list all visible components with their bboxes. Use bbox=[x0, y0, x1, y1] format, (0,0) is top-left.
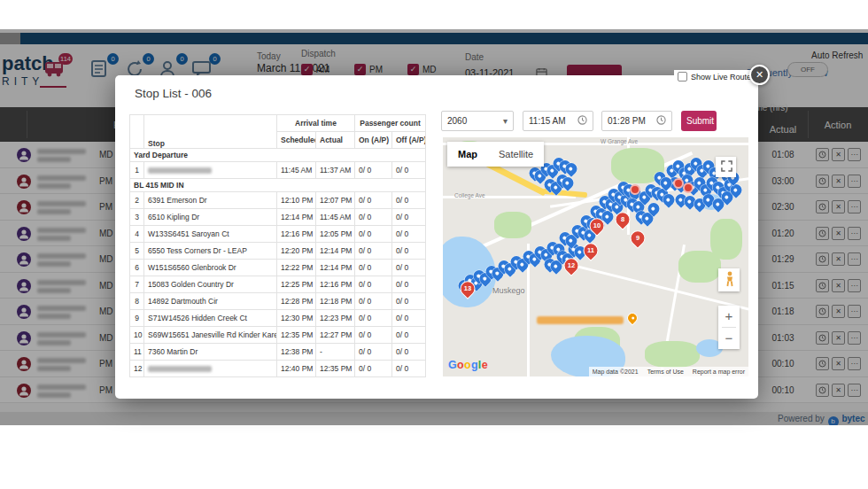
clock-icon[interactable] bbox=[577, 115, 587, 127]
off-count-cell: 0/ 0 bbox=[392, 226, 426, 243]
stop-number-cell: 8 bbox=[130, 293, 144, 310]
stop-row: 715083 Golden Country Dr12:25 PM12:16 PM… bbox=[130, 276, 426, 293]
off-column-header: Off (A/P) bbox=[392, 132, 426, 149]
route-select[interactable]: 2060 ▾ bbox=[441, 111, 514, 131]
on-column-header: On (A/P) bbox=[355, 132, 392, 149]
stop-marker-red-dot-icon[interactable] bbox=[630, 184, 640, 195]
stop-name-blur bbox=[148, 366, 212, 372]
stop-row: 36510 Kipling Dr12:14 PM11:45 AM0/ 00/ 0 bbox=[130, 209, 426, 226]
on-count-cell: 0/ 0 bbox=[355, 162, 392, 179]
end-time-value: 01:28 PM bbox=[608, 116, 646, 126]
on-count-cell: 0/ 0 bbox=[355, 209, 392, 226]
off-count-cell: 0/ 0 bbox=[392, 276, 426, 293]
pegman-icon[interactable] bbox=[718, 268, 740, 291]
stop-table: Stop Arrival time Passenger count Schedu… bbox=[129, 114, 426, 377]
stop-number-cell: 10 bbox=[130, 327, 144, 344]
scheduled-time-cell: 12:14 PM bbox=[277, 209, 316, 226]
scheduled-column-header: Scheduled bbox=[277, 132, 316, 149]
checkbox-unchecked-icon[interactable] bbox=[678, 72, 687, 82]
stop-row: 6W151S6560 Glenbrook Dr12:22 PM12:14 PM0… bbox=[130, 260, 426, 276]
show-live-route-label: Show Live Route bbox=[691, 73, 751, 82]
scheduled-time-cell: 11:45 AM bbox=[277, 162, 316, 179]
show-live-route-checkbox[interactable]: Show Live Route bbox=[674, 70, 755, 83]
stop-row: 56550 Tess Corners Dr - LEAP12:20 PM12:1… bbox=[130, 243, 426, 260]
stop-name-cell: 6550 Tess Corners Dr - LEAP bbox=[144, 243, 277, 260]
actual-time-cell: 12:23 PM bbox=[316, 310, 355, 327]
close-icon[interactable]: ✕ bbox=[749, 65, 770, 85]
zoom-control: + − bbox=[718, 306, 740, 349]
google-map[interactable]: College Ave W Grange Ave Muskego 8910111… bbox=[443, 137, 748, 376]
stop-marker-blue-icon[interactable] bbox=[731, 184, 742, 196]
satellite-tab[interactable]: Satellite bbox=[488, 142, 544, 167]
end-time-input[interactable]: 01:28 PM bbox=[601, 111, 672, 131]
on-count-cell: 0/ 0 bbox=[355, 192, 392, 209]
modal-title: Stop List - 006 bbox=[135, 87, 212, 100]
scheduled-time-cell: 12:28 PM bbox=[277, 293, 316, 310]
on-count-cell: 0/ 0 bbox=[355, 344, 392, 361]
fullscreen-icon[interactable] bbox=[716, 157, 736, 177]
scheduled-time-cell: 12:10 PM bbox=[277, 192, 316, 209]
off-count-cell: 0/ 0 bbox=[392, 361, 426, 377]
stop-name-cell: W133S6451 Saroyan Ct bbox=[144, 226, 277, 243]
stop-number-cell: 4 bbox=[130, 226, 144, 243]
actual-time-cell: 12:05 PM bbox=[316, 226, 355, 243]
off-count-cell: 0/ 0 bbox=[392, 293, 426, 310]
stop-number-cell: 11 bbox=[130, 344, 144, 361]
stop-marker-red-icon[interactable]: 12 bbox=[563, 258, 578, 273]
actual-time-cell: 12:27 PM bbox=[316, 327, 355, 344]
stop-marker-red-icon[interactable]: 10 bbox=[589, 218, 604, 233]
stop-row: 117360 Martin Dr12:38 PM-0/ 00/ 0 bbox=[130, 344, 426, 361]
zoom-out-button[interactable]: − bbox=[718, 328, 740, 349]
start-time-value: 11:15 AM bbox=[529, 116, 566, 126]
report-map-error-link[interactable]: Report a map error bbox=[693, 369, 745, 375]
off-count-cell: 0/ 0 bbox=[392, 209, 426, 226]
on-count-cell: 0/ 0 bbox=[355, 310, 392, 327]
stop-number-cell: 7 bbox=[130, 276, 144, 293]
clock-icon[interactable] bbox=[656, 115, 666, 127]
off-count-cell: 0/ 0 bbox=[392, 192, 426, 209]
stop-marker-blue-icon[interactable] bbox=[562, 177, 574, 189]
on-count-cell: 0/ 0 bbox=[355, 293, 392, 310]
off-count-cell: 0/ 0 bbox=[392, 310, 426, 327]
stop-number-cell: 5 bbox=[130, 243, 144, 260]
scheduled-time-cell: 12:16 PM bbox=[277, 226, 316, 243]
stop-marker-blue-icon[interactable] bbox=[660, 177, 671, 189]
actual-time-cell: 11:37 AM bbox=[316, 162, 355, 179]
stop-name-cell: 6510 Kipling Dr bbox=[144, 209, 277, 226]
start-time-input[interactable]: 11:15 AM bbox=[523, 111, 593, 131]
stop-row: 10S69W15651 Janesville Rd Kinder Kare12:… bbox=[130, 327, 426, 344]
stop-marker-blue-icon[interactable] bbox=[648, 203, 660, 214]
stop-marker-blue-icon[interactable] bbox=[663, 194, 675, 206]
stop-number-cell: 6 bbox=[130, 260, 144, 276]
stop-marker-red-icon[interactable]: 13 bbox=[460, 281, 475, 296]
stop-marker-red-icon[interactable]: 11 bbox=[583, 243, 598, 258]
stop-name-cell: S71W14526 Hidden Creek Ct bbox=[144, 310, 277, 327]
stop-marker-red-icon[interactable]: 8 bbox=[615, 212, 630, 227]
stop-name-cell: 14892 Dartmouth Cir bbox=[144, 293, 277, 310]
stop-number-cell: 12 bbox=[130, 361, 144, 377]
stop-marker-red-icon[interactable]: 9 bbox=[631, 230, 646, 245]
scheduled-time-cell: 12:35 PM bbox=[277, 327, 316, 344]
stop-name-cell: 6391 Emerson Dr bbox=[144, 192, 277, 209]
terms-of-use-link[interactable]: Terms of Use bbox=[647, 369, 684, 375]
off-count-cell: 0/ 0 bbox=[392, 162, 426, 179]
on-count-cell: 0/ 0 bbox=[355, 243, 392, 260]
on-count-cell: 0/ 0 bbox=[355, 276, 392, 293]
zoom-in-button[interactable]: + bbox=[718, 306, 740, 327]
on-count-cell: 0/ 0 bbox=[355, 361, 392, 377]
map-tab[interactable]: Map bbox=[447, 142, 488, 167]
map-markers-layer: 8910111213 bbox=[443, 137, 748, 376]
actual-time-cell: 11:45 AM bbox=[316, 209, 355, 226]
submit-button[interactable]: Submit bbox=[681, 111, 717, 131]
map-attribution: Map data ©2021 Terms of Use Report a map… bbox=[589, 367, 748, 376]
map-type-control: Map Satellite bbox=[447, 142, 544, 167]
stop-marker-blue-icon[interactable] bbox=[565, 163, 577, 175]
stop-group-label: Yard Departure bbox=[130, 149, 426, 162]
stop-number-cell: 9 bbox=[130, 310, 144, 327]
off-count-cell: 0/ 0 bbox=[392, 344, 426, 361]
stop-marker-red-dot-icon[interactable] bbox=[683, 182, 694, 193]
passenger-count-header: Passenger count bbox=[355, 115, 426, 132]
actual-time-cell: 12:35 PM bbox=[316, 361, 355, 377]
actual-time-cell: 12:07 PM bbox=[316, 192, 355, 209]
scheduled-time-cell: 12:22 PM bbox=[277, 260, 316, 276]
